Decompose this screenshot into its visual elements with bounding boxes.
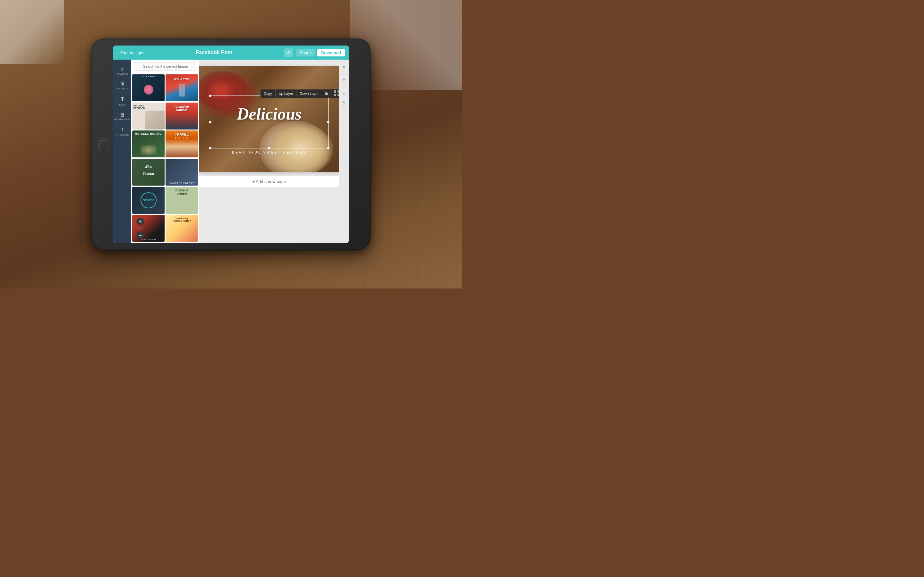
ostella-plate [141, 145, 157, 155]
camera-dot [362, 143, 364, 145]
context-menu: Copy Up Layer Down Layer 🗑 [260, 89, 339, 98]
layer-up-button[interactable]: ▲ [340, 62, 348, 70]
template-travel[interactable]: TRAVEL Thailand [166, 131, 198, 157]
add-page-button[interactable]: + Add a new page [199, 176, 339, 187]
right-tools-panel: ▲ 1 ▼ ⧉ 🗑 [339, 60, 349, 243]
food-plate [269, 124, 333, 172]
template-win-trip-label: WIN A TRIP [166, 77, 198, 81]
bedroom-graphic [145, 111, 165, 129]
template-humble-honey[interactable]: IntroducingHUMBLE HONEY [166, 215, 198, 242]
sidebar-item-background[interactable]: ▤ BKGROUND [115, 110, 130, 123]
template-clean[interactable]: CLEAN &GREEN [166, 187, 198, 214]
main-content: ⌕ SEARCH ⊞ LAYOUTS T TEXT ▤ BKGROUND ↑ [113, 60, 349, 243]
download-button[interactable]: Download [317, 49, 345, 56]
zoom-out-button[interactable]: − [136, 231, 144, 239]
template-travel-label: TRAVEL [166, 132, 198, 136]
uploads-icon: ↑ [121, 127, 124, 132]
delete-layer-button[interactable]: 🗑 [340, 99, 348, 107]
layer-number: 1 [343, 71, 345, 75]
topbar-actions: ↺ Share Download [284, 48, 345, 57]
zoom-controls: + 50% − [136, 218, 144, 239]
search-icon: ⌕ [121, 66, 124, 72]
layer-down-button[interactable]: ▼ [340, 76, 348, 84]
template-ostella[interactable]: OSTELLA BISTRO [132, 131, 165, 157]
zoom-in-button[interactable]: + [136, 218, 144, 226]
business-circle: BUSINESS [141, 192, 157, 208]
template-ostella-label: OSTELLA BISTRO [132, 132, 165, 135]
tablet-frame: Your designs Facebook Post ↺ Share Downl… [91, 39, 371, 250]
sidebar-item-search-label: SEARCH [116, 73, 128, 76]
topbar: Your designs Facebook Post ↺ Share Downl… [113, 45, 349, 60]
sidebar-item-layouts-label: LAYOUTS [116, 87, 129, 90]
template-humble-honey-label: IntroducingHUMBLE HONEY [166, 217, 198, 222]
template-lilypad[interactable]: THE LILYPAD [132, 74, 165, 101]
canvas-text-delicious: Delicious [237, 104, 302, 123]
context-down-layer-button[interactable]: Down Layer [296, 90, 322, 97]
template-cascade[interactable]: CASCADE EATERY [166, 159, 198, 185]
sidebar-item-uploads-label: UPLOADS [115, 133, 129, 136]
ctx-sep-4 [331, 90, 331, 97]
tablet-screen: Your designs Facebook Post ↺ Share Downl… [113, 45, 349, 243]
copy-layer-button[interactable]: ⧉ [340, 90, 348, 98]
template-cascade-label: CASCADE EATERY [166, 182, 198, 184]
design-canvas[interactable]: Delicious BEAUTIFUL SWEET RECIPES [199, 66, 339, 172]
zoom-level: 50% [137, 227, 144, 230]
back-button[interactable]: Your designs [117, 49, 144, 56]
template-outback-label: AustralianOutback [167, 105, 197, 111]
sidebar-item-text-label: TEXT [119, 103, 126, 106]
sidebar-item-uploads[interactable]: ↑ UPLOADS [115, 124, 130, 138]
text-icon: T [121, 96, 124, 103]
sidebar: ⌕ SEARCH ⊞ LAYOUTS T TEXT ▤ BKGROUND ↑ [113, 60, 131, 243]
context-grid-icon[interactable] [334, 90, 339, 97]
template-business[interactable]: BUSINESS [132, 187, 165, 214]
sidebar-item-layouts[interactable]: ⊞ LAYOUTS [115, 79, 130, 92]
back-label: Your designs [120, 50, 144, 55]
desk-decoration-tl [0, 0, 64, 64]
panel: ⌕ THE LILYPAD WIN A TRIP [131, 60, 199, 243]
undo-button[interactable]: ↺ [284, 48, 293, 57]
canvas-area: Delicious BEAUTIFUL SWEET RECIPES [199, 60, 339, 243]
template-travel-sublabel: Thailand [166, 137, 198, 139]
search-input[interactable] [134, 62, 196, 71]
canvas-text-subtitle: BEAUTIFUL SWEET RECIPES [232, 151, 306, 154]
template-win-trip[interactable]: WIN A TRIP [166, 74, 198, 101]
template-project-bedroom[interactable]: PROJECTBEDROOM [132, 103, 165, 129]
template-project-bedroom-label: PROJECTBEDROOM [134, 105, 145, 110]
background-icon: ▤ [120, 112, 124, 117]
business-label: BUSINESS [143, 199, 154, 201]
search-wrapper: ⌕ [134, 62, 196, 71]
search-box: ⌕ [131, 60, 199, 73]
layouts-icon: ⊞ [121, 81, 124, 86]
template-wine-tasting[interactable] [132, 159, 165, 185]
context-delete-icon[interactable]: 🗑 [322, 89, 331, 98]
eiffel-tower [179, 84, 185, 97]
sidebar-item-text[interactable]: T TEXT [115, 93, 130, 108]
template-outback[interactable]: AustralianOutback [166, 103, 198, 129]
sidebar-item-search[interactable]: ⌕ SEARCH [115, 63, 130, 77]
context-copy-button[interactable]: Copy [260, 90, 275, 97]
context-up-layer-button[interactable]: Up Layer [276, 90, 296, 97]
page-title: Facebook Post [144, 50, 284, 55]
share-button[interactable]: Share [296, 49, 315, 56]
sidebar-item-background-label: BKGROUND [114, 118, 130, 121]
template-clean-label: CLEAN &GREEN [166, 189, 198, 195]
lilypad-flower [144, 85, 153, 95]
template-lilypad-label: THE LILYPAD [132, 76, 165, 77]
home-button[interactable] [97, 138, 110, 150]
